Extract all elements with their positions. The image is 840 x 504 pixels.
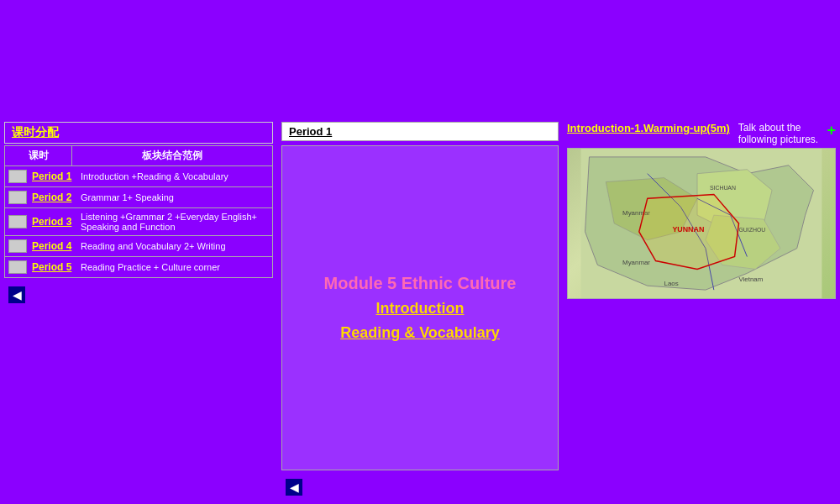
map-image: Myanmar SICHUAN GUIZHOU Myanmar Vietnam … [568, 149, 835, 298]
table-row: Period 3 Listening +Grammar 2 +Everyday … [5, 208, 272, 236]
row-icon-3 [5, 212, 30, 232]
module-subtitle: Introduction [376, 300, 465, 318]
period-2-link[interactable]: Period 2 [30, 188, 76, 207]
right-panel-title: Introduction-1.Warming-up(5m) [567, 122, 730, 134]
period-icon-5 [8, 260, 27, 274]
table-row: Period 1 Introduction +Reading & Vocabul… [5, 166, 272, 187]
module-sub2: Reading & Vocabulary [340, 324, 500, 342]
period-4-desc: Reading and Vocabulary 2+ Writing [76, 238, 272, 255]
table-row: Period 2 Grammar 1+ Speaking [5, 187, 272, 208]
svg-text:Vietnam: Vietnam [739, 276, 764, 283]
table-row: Period 4 Reading and Vocabulary 2+ Writi… [5, 236, 272, 257]
left-panel: 课时分配 课时 板块结合范例 Period 1 Introduction +Re… [0, 118, 277, 504]
plus-button[interactable]: + [827, 122, 836, 139]
module-title: Module 5 Ethnic Culture [324, 274, 517, 293]
period-2-desc: Grammar 1+ Speaking [76, 189, 272, 206]
right-panel: Introduction-1.Warming-up(5m) Talk about… [563, 118, 840, 504]
period-4-link[interactable]: Period 4 [30, 237, 76, 255]
top-bar [0, 0, 840, 118]
panel-title: 课时分配 [4, 122, 273, 144]
svg-text:Myanmar: Myanmar [622, 259, 650, 266]
period-icon-4 [8, 239, 27, 253]
main-area: 课时分配 课时 板块结合范例 Period 1 Introduction +Re… [0, 118, 840, 504]
period-5-desc: Reading Practice + Culture corner [76, 259, 272, 276]
svg-text:YUNNAN: YUNNAN [672, 225, 704, 234]
period-icon-3 [8, 215, 27, 228]
right-panel-subtitle: Talk about the following pictures. [730, 122, 827, 145]
period-icon-1 [8, 170, 27, 183]
col-header-2: 板块结合范例 [72, 146, 272, 165]
nav-arrow-left[interactable]: ◀ [8, 286, 25, 303]
col-header-1: 课时 [5, 146, 72, 165]
svg-text:GUIZHOU: GUIZHOU [739, 227, 766, 233]
table-container: 课时 板块结合范例 Period 1 Introduction +Reading… [4, 145, 273, 278]
period-1-link[interactable]: Period 1 [30, 167, 76, 186]
middle-panel: Period 1 Module 5 Ethnic Culture Introdu… [277, 118, 563, 504]
svg-text:Laos: Laos [664, 280, 679, 287]
svg-text:SICHUAN: SICHUAN [710, 185, 736, 191]
table-row: Period 5 Reading Practice + Culture corn… [5, 257, 272, 277]
map-container: Myanmar SICHUAN GUIZHOU Myanmar Vietnam … [567, 148, 836, 299]
center-content: Module 5 Ethnic Culture Introduction Rea… [281, 145, 559, 470]
period-5-link[interactable]: Period 5 [30, 258, 76, 276]
period-1-desc: Introduction +Reading & Vocabulary [76, 168, 272, 185]
middle-bottom: ◀ [281, 475, 559, 500]
period-3-link[interactable]: Period 3 [30, 213, 76, 231]
row-icon-1 [5, 166, 30, 186]
table-header: 课时 板块结合范例 [5, 146, 272, 166]
row-icon-2 [5, 187, 30, 207]
right-panel-header: Introduction-1.Warming-up(5m) Talk about… [567, 122, 836, 145]
period-icon-2 [8, 191, 27, 204]
period-3-desc: Listening +Grammar 2 +Everyday English+ … [76, 208, 272, 235]
period-header: Period 1 [281, 122, 559, 141]
row-icon-5 [5, 257, 30, 277]
row-icon-4 [5, 236, 30, 256]
nav-arrow-middle[interactable]: ◀ [286, 479, 302, 496]
